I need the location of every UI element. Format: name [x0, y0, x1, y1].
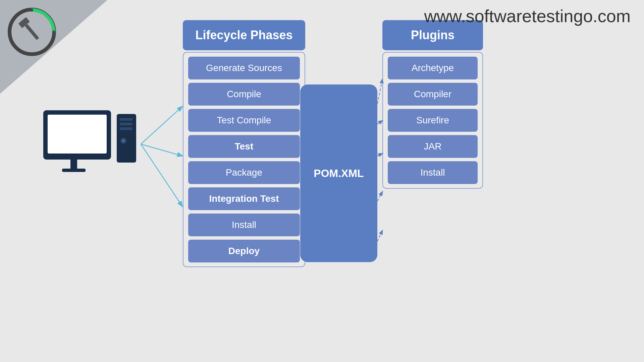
plugins-list: Archetype Compiler Surefire JAR Install	[382, 52, 483, 189]
svg-point-12	[122, 139, 125, 142]
plugin-install: Install	[388, 161, 478, 184]
phase-deploy: Deploy	[188, 240, 300, 262]
lifecycle-phases-list: Generate Sources Compile Test Compile Te…	[183, 52, 305, 267]
plugin-compiler: Compiler	[388, 83, 478, 106]
svg-rect-5	[70, 159, 77, 169]
logo	[7, 7, 57, 57]
svg-rect-7	[117, 114, 136, 163]
phase-package: Package	[188, 161, 300, 184]
plugin-surefire: Surefire	[388, 109, 478, 132]
svg-rect-9	[120, 123, 132, 125]
plugin-jar: JAR	[388, 135, 478, 158]
phase-generate-sources: Generate Sources	[188, 57, 300, 79]
svg-line-26	[377, 231, 382, 241]
svg-line-25	[377, 192, 382, 201]
svg-line-14	[141, 144, 182, 156]
svg-rect-2	[25, 24, 39, 40]
plugin-archetype: Archetype	[388, 57, 478, 79]
svg-line-22	[377, 79, 382, 104]
svg-line-23	[377, 121, 382, 124]
svg-line-13	[141, 107, 182, 144]
phase-compile: Compile	[188, 83, 300, 106]
svg-line-24	[377, 154, 382, 156]
svg-rect-8	[120, 118, 132, 121]
svg-line-15	[141, 144, 182, 206]
svg-rect-4	[48, 115, 107, 154]
svg-rect-10	[120, 127, 132, 130]
website-url: www.softwaretestingo.com	[424, 6, 631, 26]
phase-test-compile: Test Compile	[188, 109, 300, 132]
phase-install: Install	[188, 214, 300, 236]
phase-integration-test: Integration Test	[188, 187, 300, 210]
pom-xml-box: POM.XML	[300, 84, 377, 262]
lifecycle-phases-header: Lifecycle Phases	[183, 20, 305, 50]
phase-test: Test	[188, 135, 300, 158]
svg-rect-6	[62, 169, 86, 172]
computer-illustration	[40, 107, 141, 186]
